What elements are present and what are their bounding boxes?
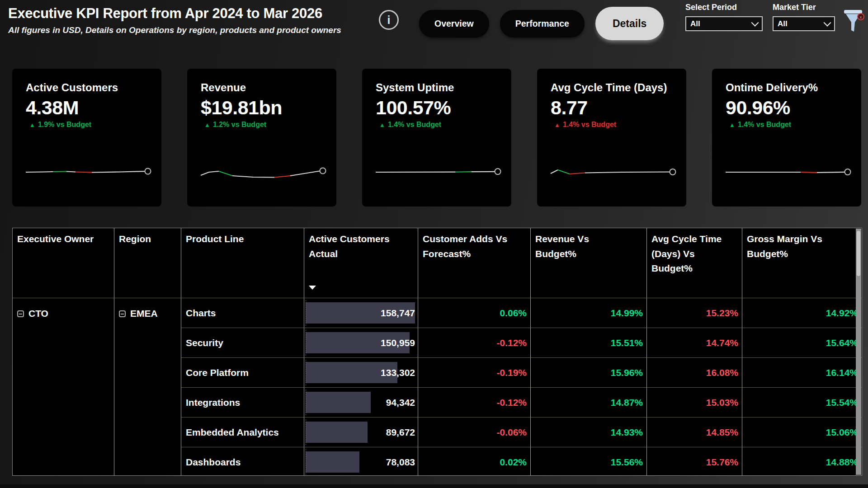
- collapse-icon[interactable]: [17, 310, 24, 317]
- revenue-cell: 14.87%: [531, 388, 647, 418]
- margin-cell: 14.92%: [742, 298, 862, 328]
- adds-cell: 0.06%: [418, 298, 531, 328]
- kpi-delta: ▲1.4% vs Budget: [726, 121, 848, 129]
- title-block: Executive KPI Report from Apr 2024 to Ma…: [8, 5, 341, 35]
- column-header-executive-owner[interactable]: Executive Owner: [13, 228, 114, 298]
- column-header-label: Customer Adds Vs Forecast%: [423, 232, 513, 261]
- kpi-card-revenue: Revenue$19.81bn▲1.2% vs Budget: [187, 69, 336, 206]
- column-header-gross-margin-vs-budget[interactable]: Gross Margin Vs Budget%: [742, 228, 862, 298]
- kpi-title: Revenue: [201, 81, 323, 94]
- column-header-region[interactable]: Region: [114, 228, 181, 298]
- filter-value: All: [778, 19, 788, 28]
- revenue-cell: 15.56%: [531, 447, 647, 476]
- svg-text:x: x: [860, 15, 862, 19]
- active-customers-value: 78,083: [386, 447, 415, 476]
- info-icon[interactable]: i: [379, 10, 399, 30]
- data-bar: [306, 451, 359, 473]
- page-title: Executive KPI Report from Apr 2024 to Ma…: [8, 5, 341, 22]
- tab-overview[interactable]: Overview: [419, 10, 489, 38]
- margin-cell: 16.14%: [742, 358, 862, 388]
- column-header-revenue-vs-budget[interactable]: Revenue Vs Budget%: [531, 228, 647, 298]
- active-customers-value: 133,302: [381, 358, 415, 387]
- kpi-title: Avg Cycle Time (Days): [551, 81, 673, 94]
- column-header-label: Revenue Vs Budget%: [535, 232, 592, 261]
- tab-details[interactable]: Details: [595, 7, 664, 40]
- kpi-card-avg-cycle-time-days: Avg Cycle Time (Days)8.77▲1.4% vs Budget: [537, 69, 686, 206]
- delta-up-triangle-icon: ▲: [204, 122, 210, 128]
- filter-group-market-tier: Market TierAll: [773, 3, 835, 31]
- filter-dropdown-market-tier[interactable]: All: [773, 16, 835, 31]
- kpi-value: 8.77: [551, 97, 673, 119]
- kpi-sparkline: [25, 164, 151, 181]
- kpi-sparkline: [200, 164, 326, 181]
- collapse-icon[interactable]: [119, 310, 126, 317]
- data-bar: [306, 422, 368, 443]
- product-line-cell: Core Platform: [181, 358, 304, 388]
- page-subtitle: All figures in USD, Details on Operation…: [8, 25, 341, 35]
- chevron-down-icon: [751, 19, 759, 26]
- revenue-cell: 15.51%: [531, 328, 647, 358]
- active-customers-cell: 133,302: [304, 358, 418, 388]
- margin-cell: 15.54%: [742, 388, 862, 418]
- kpi-delta: ▲1.9% vs Budget: [26, 121, 148, 129]
- column-header-label: Region: [119, 232, 151, 247]
- active-customers-cell: 158,747: [304, 298, 418, 328]
- filter-funnel-icon[interactable]: x: [843, 8, 864, 34]
- chevron-down-icon: [824, 19, 831, 26]
- column-header-customer-adds-vs-forecast[interactable]: Customer Adds Vs Forecast%: [418, 228, 531, 298]
- cycle-cell: 14.74%: [647, 328, 742, 358]
- active-customers-value: 94,342: [386, 388, 415, 417]
- kpi-delta: ▲1.2% vs Budget: [201, 121, 323, 129]
- column-header-active-customers-actual[interactable]: Active Customers Actual: [304, 228, 418, 298]
- kpi-value: 100.57%: [376, 97, 498, 119]
- revenue-cell: 14.93%: [531, 418, 647, 447]
- kpi-title: Ontime Delivery%: [726, 81, 848, 94]
- column-header-label: Gross Margin Vs Budget%: [747, 232, 833, 261]
- column-header-product-line[interactable]: Product Line: [181, 228, 304, 298]
- kpi-card-active-customers: Active Customers4.38M▲1.9% vs Budget: [12, 69, 161, 206]
- info-icon-glyph: i: [387, 14, 391, 27]
- kpi-card-system-uptime: System Uptime100.57%▲1.4% vs Budget: [362, 69, 511, 206]
- kpi-sparkline: [725, 164, 851, 181]
- product-line-cell: Charts: [181, 298, 304, 328]
- filter-controls: Select PeriodAllMarket TierAll: [685, 3, 835, 31]
- adds-cell: -0.06%: [418, 418, 531, 447]
- table-scrollbar[interactable]: [856, 229, 861, 475]
- filter-dropdown-select-period[interactable]: All: [685, 16, 763, 31]
- active-customers-cell: 150,959: [304, 328, 418, 358]
- revenue-cell: 14.99%: [531, 298, 647, 328]
- margin-cell: 15.64%: [742, 328, 862, 358]
- kpi-card-ontime-delivery: Ontime Delivery%90.96%▲1.4% vs Budget: [712, 69, 861, 206]
- filter-value: All: [690, 19, 700, 28]
- filter-label: Select Period: [685, 3, 763, 12]
- kpi-sparkline: [375, 164, 501, 181]
- kpi-value: $19.81bn: [201, 97, 323, 119]
- active-customers-cell: 94,342: [304, 388, 418, 418]
- adds-cell: -0.12%: [418, 388, 531, 418]
- kpi-cards: Active Customers4.38M▲1.9% vs BudgetReve…: [12, 69, 861, 206]
- data-bar: [306, 392, 371, 413]
- product-line-cell: Dashboards: [181, 447, 304, 476]
- kpi-sparkline: [550, 164, 676, 181]
- kpi-value: 90.96%: [726, 97, 848, 119]
- owner-cell: CTO: [13, 298, 114, 476]
- active-customers-value: 158,747: [381, 298, 415, 328]
- region-cell: EMEA: [114, 298, 181, 476]
- revenue-cell: 15.96%: [531, 358, 647, 388]
- kpi-delta: ▲1.4% vs Budget: [551, 121, 673, 129]
- product-line-cell: Embedded Analytics: [181, 418, 304, 447]
- view-tabs: OverviewPerformanceDetails: [419, 6, 664, 41]
- tab-performance[interactable]: Performance: [500, 10, 585, 38]
- delta-up-triangle-icon: ▲: [729, 122, 735, 128]
- cycle-cell: 15.76%: [647, 447, 742, 476]
- filter-label: Market Tier: [773, 3, 835, 12]
- margin-cell: 14.88%: [742, 447, 862, 476]
- kpi-matrix-table: Executive OwnerRegionProduct LineActive …: [12, 228, 862, 476]
- kpi-title: System Uptime: [376, 81, 498, 94]
- scrollbar-thumb[interactable]: [857, 231, 860, 276]
- cycle-cell: 14.85%: [647, 418, 742, 447]
- column-header-avg-cycle-time-days-vs-budget[interactable]: Avg Cycle Time (Days) Vs Budget%: [647, 228, 742, 298]
- owner-label: CTO: [28, 308, 48, 319]
- region-label: EMEA: [130, 308, 158, 319]
- sort-descending-icon: [309, 286, 316, 290]
